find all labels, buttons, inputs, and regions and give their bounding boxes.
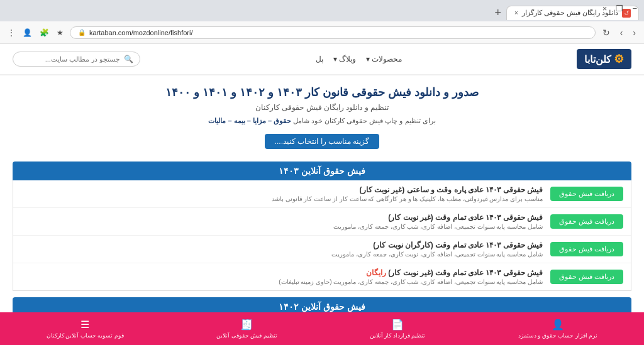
bookmark-btn[interactable]: ★	[54, 27, 66, 38]
bottom-nav-payroll[interactable]: 👤 نرم افزار حساب حقوق و دستمزد	[513, 316, 603, 341]
extensions-btn[interactable]: 🧩	[37, 27, 52, 38]
bottom-nav-settlement[interactable]: ☰ قوم تسویه حساب آنلاین کارکنان	[42, 316, 129, 341]
page-header: صدور و دانلود فیش حقوقی قانون کار ۱۴۰۳ و…	[0, 75, 644, 155]
bottom-nav: 👤 نرم افزار حساب حقوق و دستمزد 📄 تنظیم ق…	[0, 312, 644, 345]
reload-btn[interactable]: ↻	[599, 26, 613, 39]
receive-payslip-btn-1[interactable]: دریافت فیش حقوق	[550, 187, 623, 201]
contract-label: تنظیم قرارداد کار آنلاین	[370, 332, 426, 339]
menu-btn[interactable]: ⋮	[5, 27, 18, 38]
restore-btn[interactable]: ❐	[614, 4, 625, 13]
nav-pol[interactable]: پل	[316, 55, 323, 63]
item-title-4: فیش حقوقی ۱۴۰۳ عادی تمام وقت (غیر نوبت ک…	[21, 268, 543, 277]
list-item: دریافت فیش حقوق فیش حقوقی ۱۴۰۳ عادی پاره…	[13, 180, 631, 208]
browser-controls: ‹ › ↻ 🔒 kartaban.com/mozdonline/fishfori…	[0, 21, 644, 44]
receive-payslip-btn-3[interactable]: دریافت فیش حقوق	[550, 242, 623, 256]
browser-tab-bar: ک دانلود رایگان فیش حقوقی کارگزار × + − …	[0, 0, 644, 21]
list-item: دریافت فیش حقوق فیش حقوقی ۱۴۰۳ عادی تمام…	[13, 263, 631, 290]
item-content-2: فیش حقوقی ۱۴۰۳ عادی تمام وقت (غیر نوبت ک…	[21, 213, 543, 230]
choose-option-btn[interactable]: گزینه مناسب را انتخاب کنید....	[265, 134, 380, 149]
tab-close-btn[interactable]: ×	[514, 9, 518, 16]
logo-area: ⚙ کلن‌تابا	[577, 49, 631, 69]
browser-action-buttons: ★ 🧩 👤 ⋮	[5, 27, 66, 38]
free-badge-1: رایگان	[366, 268, 386, 277]
item-desc-4: شامل محاسبه پایه سنوات تجمیعی، اضافه کار…	[21, 278, 543, 285]
item-desc-2: شامل محاسبه پایه سنوات تجمیعی، اضافه کار…	[21, 223, 543, 230]
minimize-btn[interactable]: −	[630, 4, 639, 13]
chevron-down-icon2: ▾	[333, 55, 337, 63]
browser-window: ک دانلود رایگان فیش حقوقی کارگزار × + − …	[0, 0, 644, 345]
url-text: kartaban.com/mozdonline/fishfori/	[89, 29, 192, 36]
bottom-nav-contract[interactable]: 📄 تنظیم قرارداد کار آنلاین	[365, 316, 431, 341]
page-desc: برای تنظیم و چاپ فیش حقوقی کارکنان خود ش…	[13, 117, 631, 125]
chevron-down-icon: ▾	[366, 55, 370, 63]
lock-icon: 🔒	[78, 29, 86, 36]
nav-blog[interactable]: وبلاگ ▾	[333, 55, 356, 63]
nav-products[interactable]: محصولات ▾	[366, 55, 402, 63]
address-bar[interactable]: 🔒 kartaban.com/mozdonline/fishfori/	[70, 26, 596, 39]
profile-btn[interactable]: 👤	[20, 27, 35, 38]
list-item: دریافت فیش حقوق فیش حقوقی ۱۴۰۳ عادی تمام…	[13, 236, 631, 263]
section-1403-header: فیش حقوق آنلاین ۱۴۰۳	[13, 162, 631, 180]
item-title-2: فیش حقوقی ۱۴۰۳ عادی تمام وقت (غیر نوبت ک…	[21, 213, 543, 222]
item-content-4: فیش حقوقی ۱۴۰۳ عادی تمام وقت (غیر نوبت ک…	[21, 268, 543, 285]
desc-text: برای تنظیم و چاپ فیش حقوقی کارکنان خود ش…	[293, 117, 435, 124]
site-logo[interactable]: ⚙ کلن‌تابا	[577, 49, 631, 69]
close-btn[interactable]: ×	[601, 4, 609, 13]
receive-payslip-btn-4[interactable]: دریافت فیش حقوق	[550, 270, 623, 284]
forward-btn[interactable]: ›	[617, 26, 626, 39]
list-item: دریافت فیش حقوق فیش حقوقی ۱۴۰۳ عادی تمام…	[13, 208, 631, 236]
section-1403: فیش حقوق آنلاین ۱۴۰۳ دریافت فیش حقوق فیش…	[13, 162, 631, 291]
item-content-1: فیش حقوقی ۱۴۰۳ عادی پاره وقت و ساعتی (غی…	[21, 185, 543, 202]
payroll-icon: 👤	[552, 319, 564, 331]
nav-links: محصولات ▾ وبلاگ ▾ پل	[316, 55, 402, 63]
blog-label: وبلاگ	[339, 55, 356, 63]
item-desc-1: مناسب برای مدارس غیردولتی، مطب ها، کلینی…	[21, 195, 543, 202]
search-box: 🔍	[13, 52, 140, 67]
contract-icon: 📄	[391, 319, 404, 331]
section-1403-body: دریافت فیش حقوق فیش حقوقی ۱۴۰۳ عادی پاره…	[13, 180, 631, 291]
logo-text: کلن‌تابا	[584, 53, 611, 65]
back-btn[interactable]: ‹	[630, 26, 639, 39]
item-desc-3: شامل محاسبه پایه سنوات تجمیعی، اضافه کار…	[21, 251, 543, 258]
search-input[interactable]	[19, 55, 120, 63]
desc-highlight: حقوق – مزایا – بیمه – مالیات	[208, 117, 291, 124]
item-content-3: فیش حقوقی ۱۴۰۳ عادی تمام وقت (کارگران نو…	[21, 241, 543, 258]
page-subtitle: تنظیم و دانلود رایگان فیش حقوقی کارکنان	[13, 103, 631, 112]
payslip-label: تنظیم فیش حقوقی آنلاین	[216, 332, 277, 339]
bottom-nav-payslip[interactable]: 🧾 تنظیم فیش حقوقی آنلاین	[211, 316, 282, 341]
page-content: ⚙ کلن‌تابا محصولات ▾ وبلاگ ▾ پل 🔍	[0, 44, 644, 345]
settlement-icon: ☰	[80, 319, 89, 331]
search-icon: 🔍	[124, 55, 133, 63]
window-controls: − ❐ ×	[601, 4, 639, 13]
new-tab-btn[interactable]: +	[494, 6, 501, 19]
logo-gear-icon: ⚙	[614, 52, 624, 66]
top-navbar: ⚙ کلن‌تابا محصولات ▾ وبلاگ ▾ پل 🔍	[0, 44, 644, 75]
receive-payslip-btn-2[interactable]: دریافت فیش حقوق	[550, 214, 623, 229]
payslip-icon: 🧾	[240, 319, 253, 331]
item-title-3: فیش حقوقی ۱۴۰۳ عادی تمام وقت (کارگران نو…	[21, 241, 543, 249]
item-title-1: فیش حقوقی ۱۴۰۳ عادی پاره وقت و ساعتی (غی…	[21, 185, 543, 194]
payroll-label: نرم افزار حساب حقوق و دستمزد	[518, 332, 598, 339]
page-title: صدور و دانلود فیش حقوقی قانون کار ۱۴۰۳ و…	[13, 85, 631, 99]
products-label: محصولات	[372, 55, 402, 63]
settlement-label: قوم تسویه حساب آنلاین کارکنان	[47, 332, 124, 339]
